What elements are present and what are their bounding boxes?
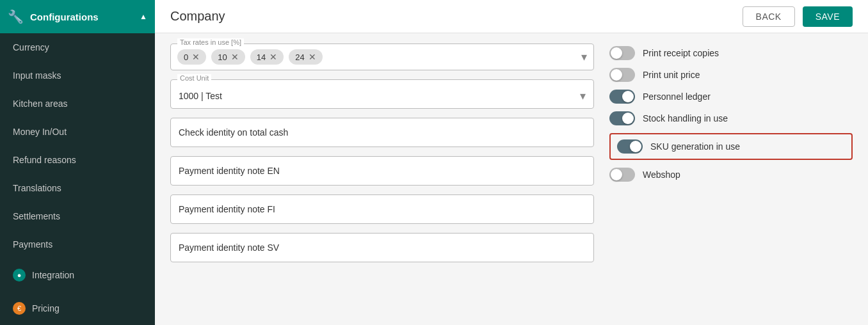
print-unit-price-row: Print unit price (609, 68, 853, 82)
tax-rates-label: Tax rates in use [%] (177, 38, 244, 46)
sidebar-item-money-in-out[interactable]: Money In/Out (0, 118, 155, 146)
sidebar-header-title: Configurations (30, 12, 133, 22)
sidebar-item-label: Currency (13, 42, 49, 52)
sku-generation-label: SKU generation in use (650, 141, 740, 152)
sku-generation-highlighted-wrapper: SKU generation in use (609, 133, 853, 160)
sidebar-item-integration[interactable]: ● Integration (0, 258, 155, 292)
sidebar-item-label: Refund reasons (13, 155, 76, 165)
tag-value: 24 (295, 52, 304, 62)
save-button[interactable]: SAVE (803, 6, 853, 27)
cost-unit-dropdown-icon: ▾ (580, 89, 586, 103)
sidebar-item-settlements[interactable]: Settlements (0, 202, 155, 230)
sidebar-item-kitchen-areas[interactable]: Kitchen areas (0, 90, 155, 118)
topbar-actions: BACK SAVE (743, 6, 853, 27)
main-content: Company BACK SAVE Tax rates in use [%] 0… (155, 0, 868, 325)
tag-value: 14 (257, 52, 266, 62)
tax-rates-field: Tax rates in use [%] 0 ✕ 10 ✕ 14 ✕ (170, 44, 594, 70)
tag-remove-icon[interactable]: ✕ (231, 52, 239, 62)
sidebar-item-label: Input masks (13, 70, 61, 81)
tag-24[interactable]: 24 ✕ (289, 49, 322, 65)
print-receipt-copies-row: Print receipt copies (609, 46, 853, 60)
tag-10[interactable]: 10 ✕ (211, 49, 245, 65)
sku-generation-row: SKU generation in use (617, 139, 845, 154)
sidebar-item-refund-reasons[interactable]: Refund reasons (0, 146, 155, 174)
tag-remove-icon[interactable]: ✕ (269, 52, 277, 62)
tag-value: 0 (184, 52, 188, 62)
right-panel: Print receipt copies Print unit price Pe… (609, 44, 853, 315)
sidebar-item-label: Money In/Out (13, 127, 67, 137)
webshop-toggle[interactable] (609, 168, 635, 182)
print-receipt-copies-toggle[interactable] (609, 46, 635, 60)
content-area: Tax rates in use [%] 0 ✕ 10 ✕ 14 ✕ (155, 33, 868, 325)
print-unit-price-label: Print unit price (643, 70, 700, 80)
personnel-ledger-label: Personnel ledger (643, 91, 711, 102)
page-title: Company (170, 9, 225, 24)
payment-identity-fi-input[interactable] (170, 194, 594, 224)
tags-row: 0 ✕ 10 ✕ 14 ✕ 24 ✕ ▾ (177, 49, 587, 65)
webshop-row: Webshop (609, 168, 853, 182)
tag-0[interactable]: 0 ✕ (177, 49, 206, 65)
payment-identity-sv-input[interactable] (170, 233, 594, 262)
sidebar-item-label: Integration (32, 270, 74, 280)
sidebar: 🔧 Configurations ▲ Currency Input masks … (0, 0, 155, 325)
cost-unit-field[interactable]: Cost Unit 1000 | Test ▾ (170, 79, 594, 109)
payment-identity-en-input[interactable] (170, 156, 594, 186)
stock-handling-toggle[interactable] (609, 111, 635, 125)
sidebar-item-input-masks[interactable]: Input masks (0, 61, 155, 90)
personnel-ledger-row: Personnel ledger (609, 90, 853, 104)
topbar: Company BACK SAVE (155, 0, 868, 33)
tag-14[interactable]: 14 ✕ (250, 49, 284, 65)
webshop-label: Webshop (643, 170, 680, 180)
sidebar-item-translations[interactable]: Translations (0, 174, 155, 202)
sku-generation-toggle[interactable] (617, 139, 643, 154)
sidebar-item-payments[interactable]: Payments (0, 230, 155, 258)
tag-remove-icon[interactable]: ✕ (192, 52, 200, 62)
sidebar-item-pricing[interactable]: € Pricing (0, 292, 155, 325)
sidebar-item-label: Pricing (32, 303, 60, 313)
sidebar-item-label: Kitchen areas (13, 99, 68, 109)
sidebar-item-currency[interactable]: Currency (0, 33, 155, 61)
sidebar-header[interactable]: 🔧 Configurations ▲ (0, 0, 155, 33)
integration-icon: ● (13, 269, 26, 281)
cost-unit-label: Cost Unit (177, 74, 211, 82)
cost-unit-value: 1000 | Test (179, 91, 580, 101)
pricing-icon: € (13, 302, 26, 315)
tags-dropdown-icon[interactable]: ▾ (581, 50, 587, 64)
stock-handling-label: Stock handling in use (643, 113, 728, 123)
stock-handling-row: Stock handling in use (609, 111, 853, 125)
config-icon: 🔧 (8, 9, 24, 24)
chevron-up-icon: ▲ (140, 12, 147, 21)
sidebar-item-label: Translations (13, 183, 61, 193)
personnel-ledger-toggle[interactable] (609, 90, 635, 104)
back-button[interactable]: BACK (743, 6, 795, 27)
print-receipt-copies-label: Print receipt copies (643, 48, 719, 58)
left-panel: Tax rates in use [%] 0 ✕ 10 ✕ 14 ✕ (170, 44, 609, 315)
check-identity-input[interactable] (170, 118, 594, 147)
print-unit-price-toggle[interactable] (609, 68, 635, 82)
tag-remove-icon[interactable]: ✕ (309, 52, 316, 62)
sidebar-item-label: Payments (13, 239, 52, 250)
tag-value: 10 (218, 52, 227, 62)
sidebar-item-label: Settlements (13, 211, 60, 221)
